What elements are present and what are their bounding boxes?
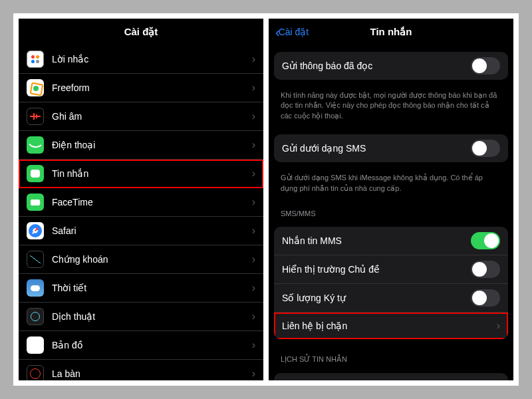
toggle-read-receipts[interactable]: [471, 57, 500, 74]
settings-screen: Cài đặt Lời nhắc›Freeform›Ghi âm›Điện th…: [19, 19, 263, 380]
translate-icon: [27, 308, 44, 325]
toggle-send-sms[interactable]: [471, 140, 500, 157]
row-keep-messages[interactable]: Lưu tin nhắn Mãi mãi ›: [274, 373, 508, 380]
settings-row-reminders[interactable]: Lời nhắc›: [19, 45, 263, 74]
chevron-right-icon: ›: [252, 282, 255, 294]
weather-icon: [27, 279, 44, 297]
chevron-right-icon: ›: [252, 53, 255, 65]
row-char-count[interactable]: Số lượng Ký tự: [274, 284, 508, 313]
row-label: La bàn: [52, 368, 252, 379]
row-label: Lời nhắc: [52, 54, 252, 65]
messages-settings-screen: ‹ Cài đặt Tin nhắn Gửi thông báo đã đọc …: [269, 19, 513, 380]
settings-row-facetime[interactable]: FaceTime›: [19, 188, 263, 217]
settings-row-weather[interactable]: Thời tiết›: [19, 274, 263, 303]
row-label: Chứng khoán: [52, 254, 252, 265]
chevron-right-icon: ›: [252, 82, 255, 94]
label: Hiển thị trường Chủ đề: [282, 264, 471, 275]
nav-title: Tin nhắn: [370, 26, 412, 38]
chevron-right-icon: ›: [252, 110, 255, 122]
freeform-icon: [27, 79, 44, 96]
back-button[interactable]: ‹ Cài đặt: [275, 25, 309, 40]
row-label: Ghi âm: [52, 111, 252, 122]
maps-icon: [27, 336, 44, 354]
toggle-subject[interactable]: [471, 261, 500, 278]
chevron-right-icon: ›: [252, 311, 255, 323]
safari-icon: [27, 222, 44, 239]
label: Nhắn tin MMS: [282, 235, 471, 246]
phone-icon: [27, 136, 44, 154]
label: Gửi dưới dạng SMS: [282, 143, 471, 154]
row-mms[interactable]: Nhắn tin MMS: [274, 227, 508, 255]
row-label: Bản đồ: [52, 340, 252, 350]
nav-title: Cài đặt: [124, 26, 158, 38]
back-label: Cài đặt: [279, 27, 309, 37]
label: Số lượng Ký tự: [282, 293, 471, 303]
messages-icon: [27, 165, 44, 182]
row-send-sms[interactable]: Gửi dưới dạng SMS: [274, 134, 508, 162]
section-header-sms: SMS/MMS: [269, 200, 513, 220]
chevron-right-icon: ›: [497, 320, 500, 332]
messages-settings-content[interactable]: Gửi thông báo đã đọc Khi tính năng này đ…: [269, 45, 513, 380]
compass-icon: [27, 365, 44, 380]
settings-row-voice[interactable]: Ghi âm›: [19, 102, 263, 131]
nav-bar: ‹ Cài đặt Tin nhắn: [269, 19, 513, 45]
group-read-receipts: Gửi thông báo đã đọc: [274, 52, 508, 80]
row-read-receipts[interactable]: Gửi thông báo đã đọc: [274, 52, 508, 80]
group-send-sms: Gửi dưới dạng SMS: [274, 134, 508, 162]
reminders-icon: [27, 51, 44, 68]
facetime-icon: [27, 194, 44, 211]
group-sms-mms: Nhắn tin MMS Hiển thị trường Chủ đề Số l…: [274, 227, 508, 339]
row-label: Tin nhắn: [52, 168, 252, 179]
label: Gửi thông báo đã đọc: [282, 61, 471, 71]
row-blocked-contacts[interactable]: Liên hệ bị chặn ›: [274, 313, 508, 339]
group-history: Lưu tin nhắn Mãi mãi ›: [274, 373, 508, 380]
settings-row-stocks[interactable]: Chứng khoán›: [19, 245, 263, 274]
row-label: Safari: [52, 225, 252, 236]
settings-row-messages[interactable]: Tin nhắn›: [19, 160, 263, 188]
footer-send-sms: Gửi dưới dạng SMS khi iMessage không khả…: [269, 169, 513, 200]
row-subject-field[interactable]: Hiển thị trường Chủ đề: [274, 255, 508, 284]
settings-row-maps[interactable]: Bản đồ›: [19, 331, 263, 360]
chevron-right-icon: ›: [252, 168, 255, 180]
label: Liên hệ bị chặn: [282, 321, 497, 331]
settings-row-phone[interactable]: Điện thoại›: [19, 131, 263, 160]
section-header-history: LỊCH SỬ TIN NHẮN: [269, 346, 513, 366]
row-label: Freeform: [52, 82, 252, 93]
chevron-right-icon: ›: [252, 196, 255, 208]
chevron-right-icon: ›: [252, 139, 255, 151]
footer-read-receipts: Khi tính năng này được bật, mọi người đư…: [269, 86, 513, 128]
nav-bar: Cài đặt: [19, 19, 263, 45]
chevron-right-icon: ›: [252, 339, 255, 351]
row-label: Điện thoại: [52, 140, 252, 150]
settings-row-safari[interactable]: Safari›: [19, 217, 263, 245]
row-label: Thời tiết: [52, 283, 252, 293]
voice-icon: [27, 108, 44, 125]
row-label: FaceTime: [52, 197, 252, 207]
toggle-mms[interactable]: [471, 232, 500, 249]
settings-list[interactable]: Lời nhắc›Freeform›Ghi âm›Điện thoại›Tin …: [19, 45, 263, 380]
row-label: Dịch thuật: [52, 311, 252, 322]
chevron-right-icon: ›: [252, 225, 255, 237]
stocks-icon: [27, 251, 44, 268]
toggle-char-count[interactable]: [471, 289, 500, 307]
chevron-right-icon: ›: [252, 368, 255, 380]
settings-row-translate[interactable]: Dịch thuật›: [19, 303, 263, 331]
settings-row-freeform[interactable]: Freeform›: [19, 74, 263, 102]
settings-row-compass[interactable]: La bàn›: [19, 360, 263, 380]
chevron-right-icon: ›: [252, 253, 255, 265]
